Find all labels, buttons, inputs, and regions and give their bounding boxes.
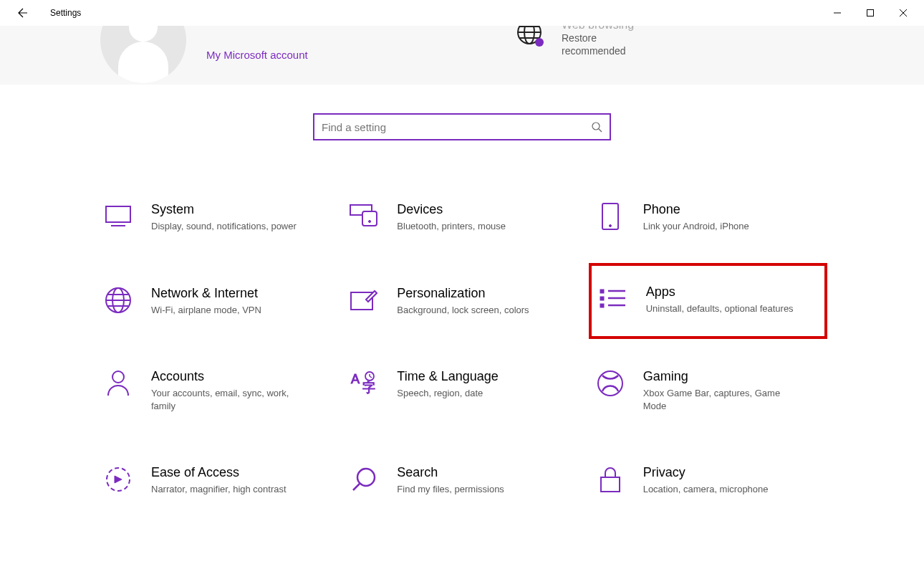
- category-desc: Link your Android, iPhone: [643, 220, 749, 233]
- maximize-button[interactable]: [854, 1, 887, 24]
- window-title: Settings: [50, 8, 81, 18]
- system-icon: [104, 202, 133, 231]
- svg-point-16: [609, 225, 611, 227]
- category-title: Accounts: [151, 369, 309, 384]
- maximize-icon: [867, 9, 874, 16]
- search-container: [0, 113, 924, 140]
- svg-point-8: [592, 123, 600, 130]
- devices-icon: [350, 202, 378, 231]
- category-phone[interactable]: Phone Link your Android, iPhone: [589, 198, 827, 237]
- minimize-button[interactable]: [821, 1, 854, 24]
- category-title: Apps: [646, 284, 794, 300]
- svg-point-37: [357, 469, 375, 486]
- magnify-icon: [350, 465, 378, 494]
- svg-rect-23: [600, 290, 604, 293]
- search-icon: [591, 121, 602, 133]
- globe-icon: [104, 286, 133, 315]
- ms-account-link[interactable]: My Microsoft account: [206, 49, 308, 61]
- svg-rect-10: [106, 206, 130, 222]
- category-title: Network & Internet: [151, 286, 261, 301]
- svg-line-34: [370, 376, 372, 378]
- category-accounts[interactable]: Accounts Your accounts, email, sync, wor…: [97, 365, 335, 416]
- svg-rect-25: [600, 297, 604, 300]
- titlebar: Settings: [0, 0, 924, 26]
- svg-text:A: A: [351, 372, 360, 386]
- category-apps[interactable]: Apps Uninstall, defaults, optional featu…: [589, 263, 827, 340]
- svg-line-9: [599, 129, 602, 132]
- search-box[interactable]: [313, 113, 611, 140]
- category-desc: Location, camera, microphone: [643, 483, 769, 496]
- category-desc: Narrator, magnifier, high contrast: [151, 483, 287, 496]
- category-desc: Speech, region, date: [397, 387, 498, 400]
- person-icon: [104, 369, 133, 398]
- svg-point-14: [369, 221, 371, 223]
- svg-point-3: [524, 26, 534, 44]
- ease-icon: [104, 465, 133, 494]
- apps-icon: [599, 284, 627, 313]
- language-icon: A字: [350, 369, 378, 398]
- category-title: Ease of Access: [151, 465, 287, 480]
- category-title: Phone: [643, 202, 749, 217]
- category-title: Search: [397, 465, 504, 480]
- svg-rect-1: [867, 10, 874, 16]
- search-input[interactable]: [322, 121, 591, 133]
- category-search[interactable]: Search Find my files, permissions: [342, 461, 581, 500]
- web-browsing-line2: recommended: [562, 44, 634, 57]
- category-desc: Wi-Fi, airplane mode, VPN: [151, 304, 261, 317]
- close-button[interactable]: [887, 1, 920, 24]
- svg-text:字: 字: [362, 381, 375, 395]
- category-system[interactable]: System Display, sound, notifications, po…: [97, 198, 335, 237]
- svg-line-38: [353, 484, 360, 490]
- category-time[interactable]: A字 Time & Language Speech, region, date: [342, 365, 581, 416]
- category-title: Time & Language: [397, 369, 498, 384]
- category-title: Devices: [397, 202, 506, 217]
- svg-rect-13: [362, 211, 377, 226]
- arrow-left-icon: [16, 7, 27, 19]
- settings-grid: System Display, sound, notifications, po…: [97, 198, 827, 500]
- svg-rect-39: [601, 477, 620, 492]
- category-gaming[interactable]: Gaming Xbox Game Bar, captures, Game Mod…: [589, 365, 827, 416]
- category-personalization[interactable]: Personalization Background, lock screen,…: [342, 282, 581, 321]
- web-browsing-title: Web browsing: [562, 26, 634, 32]
- category-title: System: [151, 202, 297, 217]
- account-banner: My Microsoft account Web browsing Restor…: [0, 26, 924, 85]
- paint-icon: [350, 286, 378, 315]
- close-icon: [900, 9, 907, 16]
- category-network[interactable]: Network & Internet Wi-Fi, airplane mode,…: [97, 282, 335, 321]
- category-desc: Display, sound, notifications, power: [151, 220, 297, 233]
- category-desc: Bluetooth, printers, mouse: [397, 220, 506, 233]
- svg-rect-27: [600, 304, 604, 307]
- category-desc: Find my files, permissions: [397, 483, 504, 496]
- category-desc: Background, lock screen, colors: [397, 304, 529, 317]
- lock-icon: [596, 465, 625, 494]
- back-button[interactable]: [14, 6, 29, 20]
- minimize-icon: [834, 9, 841, 16]
- avatar: [100, 26, 186, 83]
- globe-icon: [516, 26, 546, 49]
- category-title: Gaming: [643, 369, 801, 384]
- category-title: Privacy: [643, 465, 769, 480]
- category-title: Personalization: [397, 286, 529, 301]
- category-desc: Uninstall, defaults, optional features: [646, 302, 794, 315]
- category-devices[interactable]: Devices Bluetooth, printers, mouse: [342, 198, 581, 237]
- category-ease[interactable]: Ease of Access Narrator, magnifier, high…: [97, 461, 335, 500]
- web-browsing-tile[interactable]: Web browsing Restore recommended: [516, 26, 634, 57]
- category-desc: Xbox Game Bar, captures, Game Mode: [643, 387, 801, 412]
- svg-point-7: [535, 38, 544, 47]
- phone-icon: [596, 202, 625, 231]
- svg-point-35: [598, 371, 622, 396]
- web-browsing-line1: Restore: [562, 32, 634, 44]
- xbox-icon: [596, 369, 625, 398]
- category-privacy[interactable]: Privacy Location, camera, microphone: [589, 461, 827, 500]
- svg-point-29: [112, 371, 124, 383]
- category-desc: Your accounts, email, sync, work, family: [151, 387, 309, 412]
